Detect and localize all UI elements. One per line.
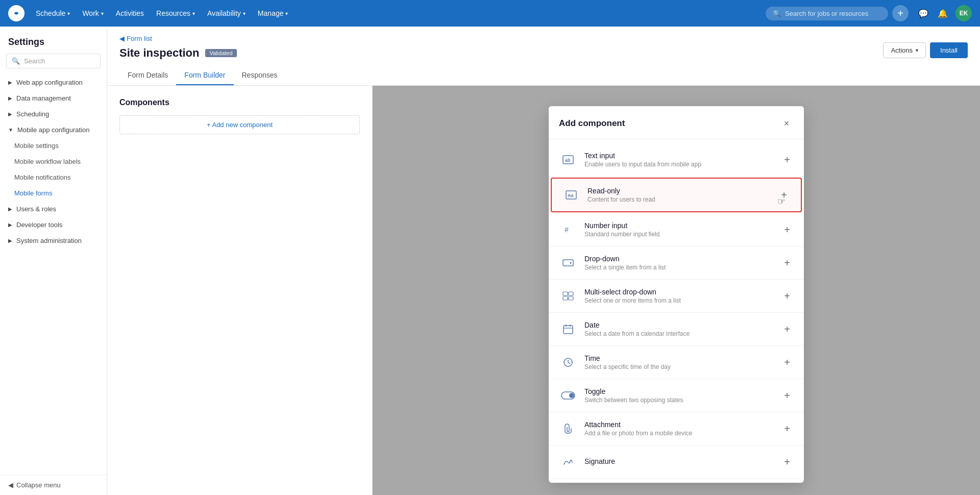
chevron-down-icon: ▼: [8, 127, 13, 133]
add-component-button[interactable]: + Add new component: [119, 115, 360, 134]
component-desc: Switch between two opposing states: [584, 397, 780, 404]
svg-rect-12: [563, 292, 568, 295]
svg-line-22: [568, 362, 570, 364]
tab-responses[interactable]: Responses: [234, 66, 286, 85]
sidebar-item-developer-tools[interactable]: ▶ Developer tools: [0, 217, 107, 233]
sidebar-item-mobile-settings[interactable]: Mobile settings: [0, 138, 107, 154]
svg-rect-15: [569, 296, 573, 300]
add-button[interactable]: +: [892, 5, 909, 21]
component-item-dropdown[interactable]: Drop-down Select a single item from a li…: [549, 246, 804, 280]
nav-activities[interactable]: Activities: [111, 6, 149, 20]
chevron-down-icon: ▾: [243, 11, 246, 16]
chevron-down-icon: ▾: [192, 11, 195, 16]
sidebar-item-users-roles[interactable]: ▶ Users & roles: [0, 201, 107, 217]
nav-schedule[interactable]: Schedule ▾: [31, 6, 75, 20]
user-avatar[interactable]: EK: [955, 5, 972, 21]
add-attachment-button[interactable]: +: [780, 422, 794, 435]
chevron-left-icon: ◀: [119, 35, 125, 42]
component-item-read-only[interactable]: Aa Read-only Content for users to read +…: [551, 178, 802, 212]
clock-icon: [559, 353, 577, 372]
app-logo[interactable]: [8, 5, 24, 21]
modal-overlay[interactable]: Add component × ab Text input: [373, 86, 980, 495]
sidebar-item-mobileapp-config[interactable]: ▼ Mobile app configuration: [0, 122, 107, 138]
add-date-button[interactable]: +: [780, 323, 794, 336]
install-button[interactable]: Install: [930, 42, 968, 58]
component-list: ab Text input Enable users to input data…: [549, 139, 804, 483]
component-name: Toggle: [584, 387, 780, 395]
sidebar-item-webapp-config[interactable]: ▶ Web app configuration: [0, 75, 107, 90]
sidebar-item-scheduling[interactable]: ▶ Scheduling: [0, 106, 107, 122]
global-search[interactable]: 🔍 Search for jobs or resources: [766, 7, 888, 20]
chevron-right-icon: ▶: [8, 238, 12, 243]
nav-resources[interactable]: Resources ▾: [151, 6, 200, 20]
svg-rect-11: [563, 260, 573, 266]
component-name: Multi-select drop-down: [584, 288, 780, 296]
component-item-date[interactable]: Date Select a date from a calendar inter…: [549, 313, 804, 346]
add-read-only-button[interactable]: +: [777, 188, 791, 202]
svg-text:#: #: [565, 226, 569, 234]
chevron-right-icon: ▶: [8, 95, 12, 101]
component-desc: Select one or more items from a list: [584, 297, 780, 304]
page-title-row: Site inspection Validated: [119, 46, 237, 66]
component-item-signature[interactable]: Signature +: [549, 445, 804, 479]
main-header: ◀ Form list Site inspection Validated Ac…: [107, 27, 980, 86]
topnav: Schedule ▾ Work ▾ Activities Resources ▾…: [0, 0, 980, 27]
component-desc: Select a specific time of the day: [584, 363, 780, 370]
right-area: + You currently have nocomponents on you…: [373, 86, 980, 495]
svg-rect-16: [564, 326, 573, 334]
actions-button[interactable]: Actions ▾: [883, 42, 926, 58]
component-item-time[interactable]: Time Select a specific time of the day +: [549, 346, 804, 379]
component-item-text-input[interactable]: ab Text input Enable users to input data…: [549, 143, 804, 177]
component-name: Attachment: [584, 420, 780, 429]
nav-work[interactable]: Work ▾: [77, 6, 108, 20]
nav-availability[interactable]: Availability ▾: [202, 6, 251, 20]
chevron-right-icon: ▶: [8, 206, 12, 212]
component-name: Time: [584, 354, 780, 362]
sidebar-search[interactable]: 🔍 Search: [6, 54, 101, 68]
sidebar-item-mobile-forms[interactable]: Mobile forms: [0, 185, 107, 201]
sidebar-item-system-admin[interactable]: ▶ System administration: [0, 233, 107, 249]
component-item-number-input[interactable]: # Number input Standard number input fie…: [549, 213, 804, 246]
component-name: Signature: [584, 457, 780, 465]
sidebar-item-mobile-workflow-labels[interactable]: Mobile workflow labels: [0, 154, 107, 169]
modal-close-button[interactable]: ×: [779, 116, 794, 131]
content-area: Components + Add new component + You cur…: [107, 86, 980, 495]
collapse-menu-button[interactable]: ◀ Collapse menu: [0, 475, 107, 495]
chevron-right-icon: ▶: [8, 111, 12, 117]
tab-form-builder[interactable]: Form Builder: [176, 66, 233, 85]
add-component-modal: Add component × ab Text input: [549, 106, 804, 483]
toggle-icon: [559, 386, 577, 405]
svg-rect-13: [569, 292, 573, 295]
component-item-toggle[interactable]: Toggle Switch between two opposing state…: [549, 379, 804, 412]
nav-manage[interactable]: Manage ▾: [253, 6, 293, 20]
sidebar-item-mobile-notifications[interactable]: Mobile notifications: [0, 169, 107, 185]
add-signature-button[interactable]: +: [780, 455, 794, 468]
component-item-multiselect[interactable]: Multi-select drop-down Select one or mor…: [549, 280, 804, 313]
component-desc: Content for users to read: [587, 196, 777, 203]
form-panel: Components + Add new component: [107, 86, 373, 495]
multiselect-icon: [559, 287, 577, 305]
chat-icon[interactable]: 💬: [915, 5, 932, 22]
add-dropdown-button[interactable]: +: [780, 256, 794, 269]
svg-text:ab: ab: [565, 158, 571, 163]
dropdown-icon: [559, 254, 577, 272]
breadcrumb[interactable]: ◀ Form list: [119, 35, 237, 42]
add-number-input-button[interactable]: +: [780, 223, 794, 236]
component-desc: Standard number input field: [584, 231, 780, 238]
component-desc: Select a single item from a list: [584, 264, 780, 271]
bell-icon[interactable]: 🔔: [934, 5, 951, 22]
signature-icon: [559, 453, 577, 471]
sidebar-item-data-mgmt[interactable]: ▶ Data management: [0, 90, 107, 106]
add-time-button[interactable]: +: [780, 356, 794, 369]
search-icon: 🔍: [12, 57, 20, 65]
component-desc: Enable users to input data from mobile a…: [584, 161, 780, 168]
add-multiselect-button[interactable]: +: [780, 289, 794, 303]
add-toggle-button[interactable]: +: [780, 389, 794, 402]
component-desc: Select a date from a calendar interface: [584, 330, 780, 337]
text-icon: ab: [559, 151, 577, 169]
page-title: Site inspection Validated: [119, 46, 237, 60]
add-text-input-button[interactable]: +: [780, 153, 794, 166]
tabs: Form Details Form Builder Responses: [119, 66, 968, 85]
tab-form-details[interactable]: Form Details: [119, 66, 176, 85]
component-item-attachment[interactable]: Attachment Add a file or photo from a mo…: [549, 412, 804, 445]
